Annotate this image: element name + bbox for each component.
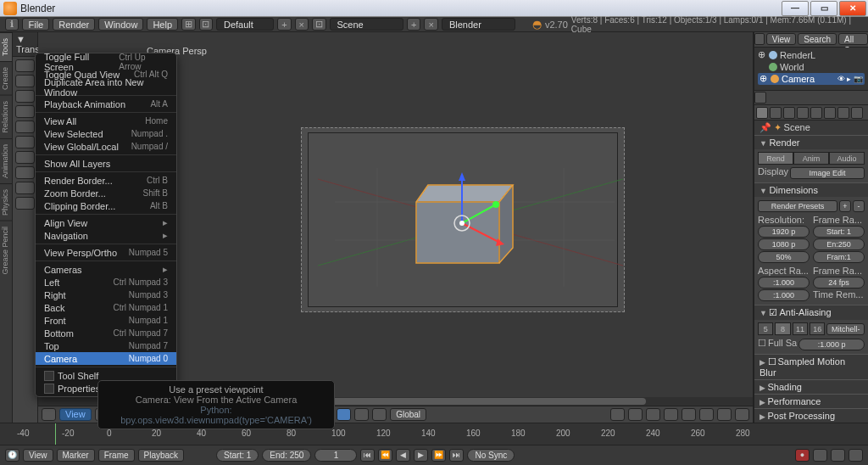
maximize-button[interactable]: ▭ (810, 1, 837, 16)
timeline-playback-menu[interactable]: Playback (138, 449, 185, 462)
remove-preset-button[interactable]: - (853, 200, 865, 212)
frame-end-field[interactable]: En:250 (813, 238, 865, 250)
render-preview-icon[interactable] (717, 408, 732, 421)
pin-icon[interactable]: 📌 (760, 122, 771, 132)
aa-11[interactable]: 11 (793, 322, 808, 335)
menu-item-cameras[interactable]: Cameras (36, 263, 176, 276)
layout-field[interactable]: Default (216, 18, 274, 31)
tool-button[interactable] (15, 182, 35, 194)
tool-button[interactable] (15, 105, 35, 118)
tool-button[interactable] (15, 75, 35, 87)
tab-anim[interactable]: Anim (793, 152, 829, 165)
editor-type-icon[interactable] (754, 33, 765, 45)
keyframe-next-icon[interactable]: ⏩ (431, 449, 446, 462)
layout-add-icon[interactable]: + (277, 18, 291, 31)
menu-window[interactable]: Window (98, 18, 143, 31)
tool-button[interactable] (15, 151, 35, 164)
menu-item-toggle-full-screen[interactable]: Toggle Full ScreenCtrl Up Arrow (36, 55, 176, 68)
layer-button[interactable] (628, 408, 643, 421)
menu-item-view-persp-ortho[interactable]: View Persp/OrthoNumpad 5 (36, 246, 176, 259)
panel-title[interactable]: Render (754, 136, 868, 149)
menu-item-front[interactable]: FrontNumpad 1 (36, 314, 176, 327)
res-y-field[interactable]: 1080 p (758, 238, 810, 250)
translate-manip-icon[interactable] (337, 408, 351, 421)
editor-type-icon[interactable] (754, 92, 766, 104)
tab-audio[interactable]: Audio (829, 152, 865, 165)
menu-item-top[interactable]: TopNumpad 7 (36, 339, 176, 352)
panel-title[interactable]: Post Processing (754, 409, 868, 423)
res-pct-field[interactable]: 50% (758, 251, 810, 263)
modifiers-context-icon[interactable] (837, 107, 849, 119)
outliner[interactable]: ⊕ RenderL World ⊕ Camera 👁 ▸ 📷 (754, 48, 868, 91)
aa-5[interactable]: 5 (758, 322, 773, 335)
keyingset-icon[interactable] (813, 449, 827, 462)
orientation-selector[interactable]: Global (390, 408, 426, 421)
scene-field[interactable]: Scene (330, 18, 403, 31)
frame-step-field[interactable]: Fram:1 (813, 251, 865, 263)
layout-browse-icon[interactable]: ⊡ (199, 18, 213, 31)
menu-item-view-global-local[interactable]: View Global/LocalNumpad / (36, 140, 176, 153)
outliner-filter[interactable]: All Sc (838, 33, 868, 45)
tool-button[interactable] (15, 120, 35, 133)
aa-16[interactable]: 16 (810, 322, 825, 335)
object-context-icon[interactable] (810, 107, 822, 119)
editor-type-icon[interactable]: 🕐 (5, 449, 19, 462)
layer-button[interactable] (664, 408, 678, 421)
menu-item-bottom[interactable]: BottomCtrl Numpad 7 (36, 327, 176, 339)
constraints-context-icon[interactable] (824, 107, 836, 119)
menu-help[interactable]: Help (147, 18, 178, 31)
layer-button[interactable] (646, 408, 660, 421)
current-frame-field[interactable]: 1 (314, 449, 357, 462)
close-button[interactable]: ✕ (839, 1, 866, 16)
menu-item-show-all-layers[interactable]: Show All Layers (36, 157, 176, 170)
jump-end-icon[interactable]: ⏭ (449, 449, 464, 462)
layer-button[interactable] (610, 408, 625, 421)
layout-prev-icon[interactable]: ⊞ (181, 18, 195, 31)
panel-title[interactable]: Dimensions (754, 183, 868, 197)
play-icon[interactable]: ▶ (414, 449, 428, 462)
tool-button[interactable] (15, 59, 35, 72)
menu-item-clipping-border-[interactable]: Clipping Border...Alt B (36, 199, 176, 212)
frame-end-field[interactable]: End: 250 (262, 449, 311, 462)
menu-item-zoom-border-[interactable]: Zoom Border...Shift B (36, 187, 176, 199)
outliner-item-renderlayers[interactable]: ⊕ RenderL (758, 49, 865, 61)
sync-mode-field[interactable]: No Sync (467, 449, 515, 462)
aspect-x-field[interactable]: :1.000 (758, 277, 810, 289)
render-anim-icon[interactable] (735, 408, 749, 421)
menu-item-view-selected[interactable]: View SelectedNumpad . (36, 127, 176, 140)
rotate-manip-icon[interactable] (354, 408, 369, 421)
world-context-icon[interactable] (797, 107, 809, 119)
menu-item-playback-animation[interactable]: Playback AnimationAlt A (36, 98, 176, 110)
outliner-item-world[interactable]: World (758, 61, 865, 73)
engine-field[interactable]: Blender Render (442, 18, 515, 31)
playhead[interactable] (55, 423, 56, 445)
view-menu[interactable]: View (59, 408, 92, 421)
vtab-tools[interactable]: Tools (0, 32, 12, 61)
editor-type-icon[interactable]: ℹ (5, 18, 19, 31)
smb-checkbox[interactable]: ☐ (768, 356, 776, 367)
vtab-animation[interactable]: Animation (0, 138, 12, 183)
vtab-relations[interactable]: Relations (0, 95, 12, 138)
tool-button[interactable] (15, 166, 35, 179)
render-presets[interactable]: Render Presets (758, 200, 837, 212)
vtab-grease[interactable]: Grease Pencil (0, 221, 12, 280)
scene-browse-icon[interactable]: ⊡ (312, 18, 326, 31)
panel-title[interactable]: Shading (754, 380, 868, 394)
tab-render[interactable]: Rend (758, 152, 793, 165)
timeline-marker-menu[interactable]: Marker (57, 449, 95, 462)
scene-del-icon[interactable]: × (424, 18, 437, 31)
vtab-physics[interactable]: Physics (0, 183, 12, 221)
play-reverse-icon[interactable]: ◀ (396, 449, 410, 462)
timeline-view-menu[interactable]: View (23, 449, 53, 462)
menu-item-right[interactable]: RightNumpad 3 (36, 289, 176, 301)
frame-start-field[interactable]: Start: 1 (813, 226, 865, 238)
display-field[interactable]: Image Edit (790, 167, 865, 179)
keyingset-icon[interactable] (831, 449, 845, 462)
outliner-view-menu[interactable]: View (766, 33, 797, 45)
panel-title[interactable]: ☐Sampled Motion Blur (754, 355, 868, 379)
autokey-icon[interactable]: ● (795, 449, 810, 462)
menu-item-duplicate-area-into-new-window[interactable]: Duplicate Area into New Window (36, 81, 176, 93)
scene-add-icon[interactable]: + (407, 18, 420, 31)
outliner-item-camera[interactable]: ⊕ Camera 👁 ▸ 📷 (758, 73, 865, 85)
jump-start-icon[interactable]: ⏮ (360, 449, 375, 462)
